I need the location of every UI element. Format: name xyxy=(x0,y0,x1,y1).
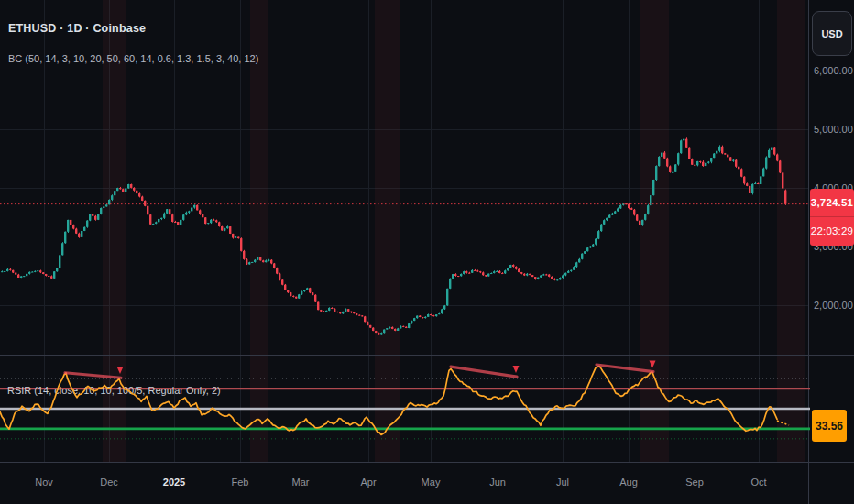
time-axis-label: Mar xyxy=(292,477,310,488)
chart-canvas[interactable]: RSIR (14, close, 10, 10, 100/5, Regular … xyxy=(0,0,854,504)
time-axis-label: Sep xyxy=(685,477,704,488)
time-axis[interactable]: NovDec2025FebMarAprMayJunJulAugSepOct xyxy=(0,463,854,504)
time-axis-label: May xyxy=(422,477,441,488)
main-indicator-label[interactable]: BC (50, 14, 3, 10, 20, 50, 60, 14, 0.6, … xyxy=(8,53,258,64)
time-axis-label: Oct xyxy=(750,477,766,488)
symbol-title[interactable]: ETHUSD · 1D · Coinbase xyxy=(8,22,146,35)
time-axis-label: Apr xyxy=(360,477,376,488)
time-axis-label: Feb xyxy=(232,477,249,488)
rsi-value-badge: 33.56 xyxy=(812,410,847,442)
price-axis-label: 5,000.00 xyxy=(814,124,853,135)
last-price-badge: 3,724.51 22:03:29 xyxy=(810,189,854,246)
time-axis-label: Jun xyxy=(489,477,506,488)
trading-chart-window: RSIR (14, close, 10, 10, 100/5, Regular … xyxy=(0,0,854,504)
price-axis-label: 6,000.00 xyxy=(814,65,853,76)
currency-toggle-button[interactable]: USD xyxy=(812,11,852,56)
price-axis-label: 2,000.00 xyxy=(814,300,853,311)
rsi-indicator-label: RSIR (14, close, 10, 10, 100/5, Regular … xyxy=(7,385,221,396)
time-axis-label: Nov xyxy=(35,477,53,488)
time-axis-label: 2025 xyxy=(163,477,185,488)
time-axis-label: Aug xyxy=(619,477,638,488)
last-price-value: 3,724.51 xyxy=(810,189,854,217)
bar-countdown: 22:03:29 xyxy=(810,216,854,246)
rsi-divergence-trendlines xyxy=(65,360,656,378)
time-axis-label: Dec xyxy=(100,477,118,488)
time-axis-label: Jul xyxy=(556,477,569,488)
